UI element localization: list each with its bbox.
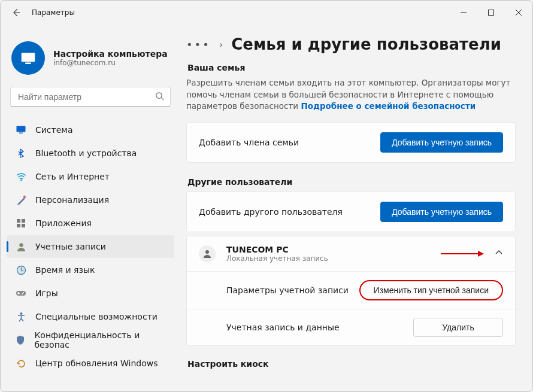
time-icon xyxy=(15,264,27,276)
user-icon xyxy=(199,245,216,262)
account-data-label: Учетная запись и данные xyxy=(226,323,413,332)
search-box[interactable] xyxy=(10,87,171,107)
nav-item-gaming[interactable]: Игры xyxy=(7,282,174,305)
svg-point-7 xyxy=(156,93,162,98)
account-params-label: Параметры учетной записи xyxy=(226,285,359,295)
nav-label: Время и язык xyxy=(35,265,95,275)
nav-item-accounts[interactable]: Учетные записи xyxy=(7,235,174,258)
svg-rect-16 xyxy=(22,224,25,227)
nav-label: Сеть и Интернет xyxy=(35,172,110,181)
family-section-label: Ваша семья xyxy=(187,63,516,72)
svg-line-8 xyxy=(161,98,163,100)
svg-point-20 xyxy=(23,292,24,293)
close-button[interactable] xyxy=(505,4,532,22)
add-family-account-button[interactable]: Добавить учетную запись xyxy=(380,132,503,153)
svg-point-21 xyxy=(22,293,23,294)
nav-item-privacy[interactable]: Конфиденциальность и безопас xyxy=(7,329,174,351)
user-name: TUNECOM PC xyxy=(226,245,441,254)
nav-item-network[interactable]: Сеть и Интернет xyxy=(7,165,174,188)
nav-item-bluetooth[interactable]: Bluetooth и устройства xyxy=(7,142,174,165)
nav-item-time[interactable]: Время и язык xyxy=(7,259,174,281)
svg-rect-10 xyxy=(19,133,23,134)
svg-rect-12 xyxy=(23,195,26,199)
accounts-icon xyxy=(15,241,27,253)
svg-rect-9 xyxy=(17,126,26,132)
change-account-type-button[interactable]: Изменить тип учетной записи xyxy=(359,280,503,300)
family-safety-link[interactable]: Подробнее о семейной безопасности xyxy=(301,101,476,111)
other-users-label: Другие пользователи xyxy=(187,177,516,187)
nav-label: Центр обновления Windows xyxy=(35,358,158,368)
nav-label: Приложения xyxy=(35,218,92,228)
svg-rect-14 xyxy=(22,219,25,223)
back-button[interactable] xyxy=(5,2,27,23)
svg-point-23 xyxy=(205,250,209,254)
add-other-user-label: Добавить другого пользователя xyxy=(199,207,380,217)
nav-label: Персонализация xyxy=(35,195,109,205)
profile-block[interactable]: Настройка компьютера info@tunecom.ru xyxy=(3,31,178,87)
user-type: Локальная учетная запись xyxy=(226,254,441,263)
network-icon xyxy=(15,171,27,183)
nav-item-accessibility[interactable]: Специальные возможности xyxy=(7,305,174,328)
avatar xyxy=(11,41,45,75)
update-icon xyxy=(15,357,27,369)
apps-icon xyxy=(15,217,27,229)
user-row-toggle[interactable]: TUNECOM PC Локальная учетная запись xyxy=(187,236,515,271)
svg-point-22 xyxy=(20,312,22,315)
kiosk-section-label: Настроить киоск xyxy=(187,359,516,369)
chevron-right-icon: › xyxy=(219,39,223,50)
accessibility-icon xyxy=(15,311,27,323)
nav-label: Учетные записи xyxy=(35,242,106,251)
breadcrumb: ••• › Семья и другие пользователи xyxy=(186,35,516,53)
search-input[interactable] xyxy=(17,92,155,102)
profile-name: Настройка компьютера xyxy=(53,49,168,59)
svg-rect-2 xyxy=(489,10,494,16)
add-family-label: Добавить члена семьи xyxy=(199,138,380,147)
remove-account-button[interactable]: Удалить xyxy=(413,318,503,337)
svg-rect-15 xyxy=(17,224,20,227)
breadcrumb-more[interactable]: ••• xyxy=(186,38,211,51)
privacy-icon xyxy=(15,334,26,346)
window-title: Параметры xyxy=(32,8,75,17)
nav-item-update[interactable]: Центр обновления Windows xyxy=(7,352,174,375)
personalize-icon xyxy=(15,194,27,206)
profile-email: info@tunecom.ru xyxy=(53,59,168,67)
nav-item-system[interactable]: Система xyxy=(7,118,174,141)
svg-rect-6 xyxy=(25,63,31,65)
svg-point-17 xyxy=(19,243,23,247)
page-title: Семья и другие пользователи xyxy=(231,35,501,53)
svg-rect-13 xyxy=(17,219,20,223)
system-icon xyxy=(15,124,27,136)
nav-label: Игры xyxy=(35,288,58,298)
add-other-account-button[interactable]: Добавить учетную запись xyxy=(380,202,503,222)
search-icon xyxy=(155,92,164,102)
nav-item-personalize[interactable]: Персонализация xyxy=(7,189,174,211)
svg-point-11 xyxy=(20,179,22,181)
nav-label: Специальные возможности xyxy=(35,312,158,321)
nav-label: Система xyxy=(35,125,72,135)
minimize-button[interactable] xyxy=(450,4,477,22)
maximize-button[interactable] xyxy=(477,4,505,22)
svg-rect-5 xyxy=(22,53,35,62)
annotation-arrow xyxy=(441,250,484,258)
bluetooth-icon xyxy=(15,147,27,159)
gaming-icon xyxy=(15,287,27,299)
nav-label: Bluetooth и устройства xyxy=(35,148,137,158)
nav-label: Конфиденциальность и безопас xyxy=(34,330,166,350)
chevron-up-icon xyxy=(495,248,503,259)
nav-item-apps[interactable]: Приложения xyxy=(7,212,174,235)
family-description: Разрешить членам семьи входить на этот к… xyxy=(186,77,516,113)
